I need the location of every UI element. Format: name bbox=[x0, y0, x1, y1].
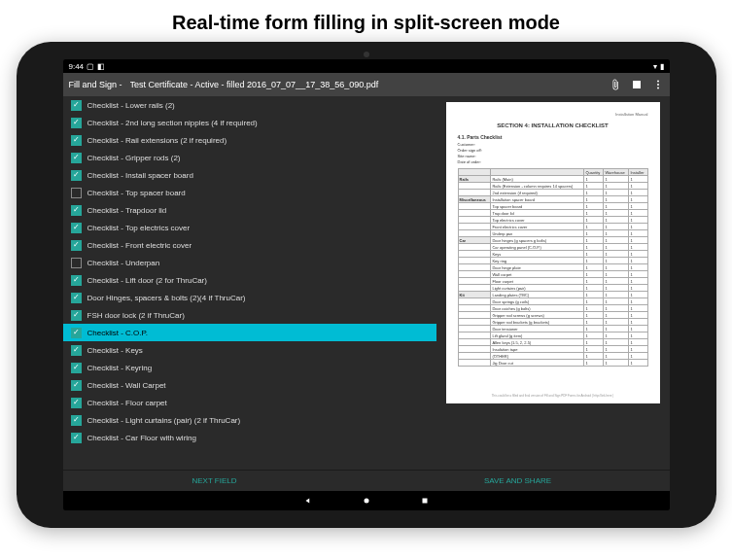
list-item[interactable]: Checklist - Wall Carpet bbox=[63, 376, 436, 394]
list-item[interactable]: Checklist - Front electric cover bbox=[63, 236, 436, 254]
list-item-label: Checklist - Gripper rods (2) bbox=[87, 154, 181, 162]
next-field-button[interactable]: NEXT FIELD bbox=[63, 471, 366, 491]
list-item-label: Checklist - Keyring bbox=[87, 364, 153, 372]
checkbox-icon[interactable] bbox=[71, 118, 82, 128]
list-item-label: Checklist - Lift door (2 for ThruCar) bbox=[87, 276, 207, 285]
list-item-label: Checklist - Lower rails (2) bbox=[87, 101, 175, 110]
list-item-label: Checklist - Rail extensions (2 if requir… bbox=[87, 136, 227, 145]
pdf-field: Date of order: bbox=[458, 159, 648, 164]
list-item[interactable]: Checklist - Lift door (2 for ThruCar) bbox=[63, 271, 436, 289]
list-item[interactable]: Checklist - Lower rails (2) bbox=[63, 96, 436, 114]
checkbox-icon[interactable] bbox=[71, 170, 82, 181]
list-item[interactable]: FSH door lock (2 if ThruCar) bbox=[63, 306, 436, 324]
list-item-label: Checklist - Front electric cover bbox=[87, 241, 192, 250]
left-panel: Checklist - Lower rails (2)Checklist - 2… bbox=[63, 96, 436, 470]
checkbox-icon[interactable] bbox=[71, 380, 82, 391]
list-item[interactable]: Checklist - Floor carpet bbox=[63, 394, 436, 411]
list-item-label: Checklist - C.O.P. bbox=[87, 329, 149, 337]
list-item-label: Checklist - Top spacer board bbox=[87, 189, 186, 197]
list-item[interactable]: Checklist - Keys bbox=[63, 341, 436, 359]
tablet-frame: 9:44 ▢ ◧ ▾ ▮ Fill and Sign - Test Certif… bbox=[17, 42, 716, 528]
pdf-table: QuantityWarehouseInstallerRailsRails (Ma… bbox=[458, 168, 648, 367]
list-item[interactable]: Checklist - Top electrics cover bbox=[63, 219, 436, 236]
checklist[interactable]: Checklist - Lower rails (2)Checklist - 2… bbox=[63, 96, 436, 470]
checkbox-icon[interactable] bbox=[71, 328, 82, 338]
pdf-preview[interactable]: Installation Manual SECTION 4: INSTALLAT… bbox=[446, 102, 660, 403]
layers-icon: ◧ bbox=[97, 62, 105, 71]
screen: 9:44 ▢ ◧ ▾ ▮ Fill and Sign - Test Certif… bbox=[63, 59, 670, 510]
checkbox-icon[interactable] bbox=[71, 398, 82, 408]
pdf-fields: Customer:Order sign off:Site name:Date o… bbox=[458, 142, 648, 164]
content-area: Checklist - Lower rails (2)Checklist - 2… bbox=[63, 96, 670, 470]
list-item[interactable]: Checklist - 2nd long section nipples (4 … bbox=[63, 114, 436, 131]
svg-point-1 bbox=[657, 81, 659, 83]
checkbox-icon[interactable] bbox=[71, 258, 82, 268]
svg-point-3 bbox=[657, 88, 659, 89]
list-item[interactable]: Checklist - Top spacer board bbox=[63, 184, 436, 201]
nav-bar bbox=[63, 491, 670, 510]
battery-icon: ▮ bbox=[660, 62, 664, 71]
status-time: 9:44 bbox=[69, 62, 85, 71]
list-item[interactable]: Checklist - C.O.P. bbox=[63, 324, 436, 341]
checkbox-icon[interactable] bbox=[71, 275, 82, 286]
checkbox-icon[interactable] bbox=[71, 415, 82, 426]
right-panel[interactable]: Installation Manual SECTION 4: INSTALLAT… bbox=[436, 96, 670, 470]
checkbox-icon[interactable] bbox=[71, 135, 82, 146]
checkbox-icon[interactable] bbox=[71, 345, 82, 356]
list-item-label: Door Hinges, spacers & bolts (2)(4 if Th… bbox=[87, 294, 246, 302]
wifi-icon: ▾ bbox=[653, 62, 657, 71]
list-item[interactable]: Checklist - Rail extensions (2 if requir… bbox=[63, 131, 436, 149]
pdf-header-right: Installation Manual bbox=[458, 112, 648, 117]
checkbox-icon[interactable] bbox=[71, 223, 82, 233]
svg-point-2 bbox=[657, 84, 659, 86]
pdf-field: Order sign off: bbox=[458, 148, 648, 153]
nav-back-icon[interactable] bbox=[303, 496, 313, 506]
checkbox-icon[interactable] bbox=[71, 310, 82, 321]
app-bar: Fill and Sign - Test Certificate - Activ… bbox=[63, 73, 670, 96]
checkbox-icon[interactable] bbox=[71, 293, 82, 303]
checkbox-icon[interactable] bbox=[71, 240, 82, 251]
list-item[interactable]: Checklist - Keyring bbox=[63, 359, 436, 376]
pdf-footer: This could be a filled and final version… bbox=[458, 394, 648, 398]
list-item[interactable]: Checklist - Light curtains (pair) (2 if … bbox=[63, 411, 436, 429]
list-item-label: Checklist - Keys bbox=[87, 346, 143, 355]
list-item[interactable]: Checklist - Gripper rods (2) bbox=[63, 149, 436, 166]
camera-dot bbox=[364, 52, 369, 57]
svg-rect-0 bbox=[633, 81, 641, 88]
pdf-subtitle: 4.1. Parts Checklist bbox=[458, 134, 648, 140]
app-title: Fill and Sign - bbox=[69, 80, 122, 89]
more-icon[interactable] bbox=[652, 79, 664, 90]
app-filename: Test Certificate - Active - filled 2016_… bbox=[130, 80, 602, 89]
checkbox-icon[interactable] bbox=[71, 433, 82, 443]
page-icon[interactable] bbox=[631, 79, 643, 90]
list-item[interactable]: Checklist - Underpan bbox=[63, 254, 436, 271]
nav-recent-icon[interactable] bbox=[420, 496, 430, 506]
checkbox-icon[interactable] bbox=[71, 153, 82, 163]
list-item-label: Checklist - Light curtains (pair) (2 if … bbox=[87, 416, 241, 425]
caption-text: Real-time form filling in split-screen m… bbox=[0, 0, 732, 42]
list-item-label: Checklist - Wall Carpet bbox=[87, 381, 166, 390]
checkbox-icon[interactable] bbox=[71, 363, 82, 373]
list-item[interactable]: Checklist - Car Floor with wiring bbox=[63, 429, 436, 446]
attachment-icon[interactable] bbox=[610, 79, 621, 90]
pdf-field: Customer: bbox=[458, 142, 648, 147]
list-item-label: Checklist - Trapdoor lid bbox=[87, 206, 167, 215]
pdf-field: Site name: bbox=[458, 154, 648, 158]
list-item-label: Checklist - Car Floor with wiring bbox=[87, 434, 196, 442]
status-bar: 9:44 ▢ ◧ ▾ ▮ bbox=[63, 59, 670, 73]
list-item[interactable]: Checklist - Trapdoor lid bbox=[63, 201, 436, 219]
save-share-button[interactable]: SAVE AND SHARE bbox=[366, 471, 670, 491]
list-item-label: FSH door lock (2 if ThruCar) bbox=[87, 311, 185, 320]
svg-rect-5 bbox=[422, 499, 427, 504]
crop-icon: ▢ bbox=[87, 62, 94, 71]
list-item-label: Checklist - Install spacer board bbox=[87, 171, 193, 180]
checkbox-icon[interactable] bbox=[71, 205, 82, 216]
list-item[interactable]: Door Hinges, spacers & bolts (2)(4 if Th… bbox=[63, 289, 436, 306]
list-item-label: Checklist - Underpan bbox=[87, 259, 160, 267]
list-item-label: Checklist - Floor carpet bbox=[87, 399, 167, 407]
checkbox-icon[interactable] bbox=[71, 100, 82, 111]
list-item-label: Checklist - Top electrics cover bbox=[87, 224, 191, 232]
nav-home-icon[interactable] bbox=[362, 496, 371, 506]
list-item[interactable]: Checklist - Install spacer board bbox=[63, 166, 436, 184]
checkbox-icon[interactable] bbox=[71, 188, 82, 198]
